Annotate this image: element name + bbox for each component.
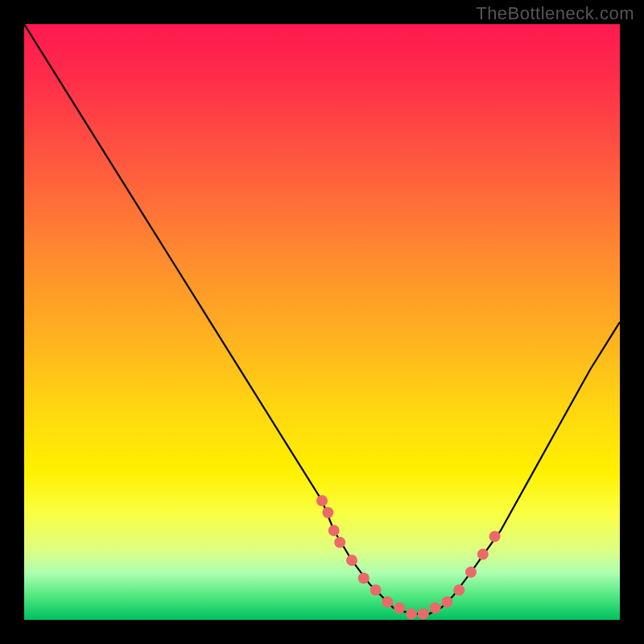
marker-point xyxy=(430,602,441,613)
marker-point xyxy=(477,549,489,560)
marker-point xyxy=(316,495,328,506)
marker-point xyxy=(406,609,417,620)
marker-point xyxy=(489,530,501,542)
marker-point xyxy=(322,507,333,518)
marker-point xyxy=(370,584,382,596)
marker-point xyxy=(358,572,369,584)
plot-area xyxy=(24,24,620,620)
bottleneck-curve xyxy=(24,24,620,614)
marker-point xyxy=(465,567,477,578)
chart-svg xyxy=(24,24,620,620)
marker-point xyxy=(328,525,340,536)
marker-point xyxy=(382,597,393,608)
marker-point xyxy=(346,555,357,566)
marker-group xyxy=(316,495,501,620)
marker-point xyxy=(453,584,464,596)
marker-point xyxy=(394,602,405,613)
watermark-text: TheBottleneck.com xyxy=(476,3,634,24)
marker-point xyxy=(334,537,345,548)
marker-point xyxy=(441,597,452,608)
marker-point xyxy=(418,609,429,620)
